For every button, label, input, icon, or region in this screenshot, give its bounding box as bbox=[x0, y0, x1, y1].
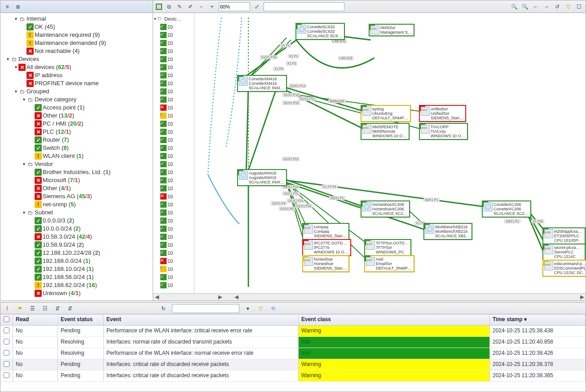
topology-canvas[interactable]: X1 P1 LAN [X1] S1/X1 P16 X1 P1 X1 P3 X1 … bbox=[194, 13, 586, 293]
tree-row[interactable]: ✓192.168.10.0/24 (1) bbox=[2, 265, 153, 273]
events-select-all[interactable] bbox=[4, 316, 9, 322]
events-search-dropdown-icon[interactable]: ▾ bbox=[244, 305, 252, 313]
events-search-input[interactable] bbox=[172, 304, 239, 313]
tree-toggle-icon[interactable]: ▾ bbox=[21, 96, 26, 104]
tree-row[interactable]: ✕Other (13/2) bbox=[2, 112, 153, 120]
mini-tree-row[interactable]: ✕10 bbox=[154, 192, 193, 200]
node-horseshoe-xc206[interactable]: ✓ HorseshoeXC206HorseshoeXC206SCALANCE X… bbox=[361, 200, 410, 218]
canvas-h-scrollbar[interactable]: ◀▶ ◀▶ bbox=[153, 293, 586, 301]
tree-row[interactable]: !WLAN client (1) bbox=[2, 152, 153, 160]
event-row[interactable]: NoPendingPerformance of the WLAN interfa… bbox=[0, 326, 586, 337]
tree-row[interactable]: !net-snmp (5) bbox=[2, 200, 153, 209]
event-row[interactable]: NoPendingInterfaces: critical rate of di… bbox=[0, 359, 586, 370]
tree-row[interactable]: ✓OK (45) bbox=[2, 23, 153, 31]
tree-row[interactable]: ✓192.168.56.0/24 (1) bbox=[2, 273, 153, 281]
mini-tree-row[interactable]: ✓10 bbox=[154, 233, 193, 241]
mini-tree-row[interactable]: ✕10 bbox=[154, 104, 193, 112]
layout-icon[interactable]: ⧉ bbox=[165, 3, 173, 11]
mini-tree-row[interactable]: ✓10 bbox=[154, 31, 193, 39]
node-edscommand-plc[interactable]: ! edscommand-p…EDSCommandPLCCPU 1215C DC… bbox=[542, 260, 586, 277]
tree-collapse-icon[interactable]: ≣ bbox=[14, 3, 22, 11]
node-compaq[interactable]: ✓ compaqCompaqSIEMENS_Stan… bbox=[302, 223, 349, 240]
tree-row[interactable]: ▾🗀Internal bbox=[2, 15, 153, 23]
tree-row[interactable]: ✕PLC (12/1) bbox=[2, 128, 153, 136]
mini-tree-row[interactable]: ✓10 bbox=[154, 120, 193, 128]
mini-tree-row[interactable]: ✓10 bbox=[154, 128, 193, 136]
event-row[interactable]: NoPendingInterfaces: critical rate of di… bbox=[0, 370, 586, 382]
node-nmsremote[interactable]: ✓ NMSREMOTENMSRemoteWINDOWS 10 O… bbox=[361, 123, 410, 140]
col-timestamp[interactable]: Time stamp ▾ bbox=[490, 314, 586, 325]
event-row-checkbox[interactable] bbox=[4, 372, 9, 378]
tree-row[interactable]: ✓10.0.0.0/24 (2) bbox=[2, 225, 153, 233]
zoom-out-icon[interactable]: − bbox=[197, 3, 205, 11]
tree-row[interactable]: ▾🗀Device category bbox=[2, 96, 153, 104]
tree-row[interactable]: ✓Switch (8) bbox=[2, 144, 153, 152]
node-augusta-xm416[interactable]: ✓ AugustaXM416AugustaXM416SCALANCE XM4… bbox=[237, 169, 287, 186]
list1-icon[interactable]: ☰ bbox=[28, 305, 36, 313]
tree-row[interactable]: ✕Other (4/1) bbox=[2, 184, 153, 192]
tree-row[interactable]: ✕Unknown (4/1) bbox=[2, 289, 153, 297]
device-tree[interactable]: ▾🗀Internal✓OK (45)!Maintenance required … bbox=[0, 13, 153, 301]
mini-tree-row[interactable]: ✓10 bbox=[154, 23, 193, 31]
toggle-icon[interactable]: ☐ bbox=[575, 3, 583, 11]
mini-tree-row[interactable]: ✓10 bbox=[154, 184, 193, 192]
node-unifiedsvr[interactable]: ✕ unifiedsvrUnifiedSvrSIEMENS_Stan… bbox=[419, 105, 466, 122]
back-icon[interactable]: ← bbox=[532, 3, 540, 11]
mini-tree-row[interactable]: ✓10 bbox=[154, 96, 193, 104]
forward-icon[interactable]: → bbox=[542, 3, 551, 11]
tree-row[interactable]: ✓Router (7) bbox=[2, 136, 153, 144]
mini-tree-row[interactable]: ✓10 bbox=[154, 168, 193, 176]
mini-tree-row[interactable]: ✓10 bbox=[154, 47, 193, 55]
mini-tree-row[interactable]: ✓10 bbox=[154, 55, 193, 63]
col-status[interactable]: Event status bbox=[58, 314, 104, 325]
mini-tree-row[interactable]: !10 bbox=[154, 112, 193, 120]
col-event[interactable]: Event bbox=[104, 314, 299, 325]
tree-row[interactable]: ✕10.58.3.0/24 (42/4) bbox=[2, 233, 153, 241]
tree-toggle-icon[interactable]: ▾ bbox=[13, 15, 18, 23]
sort1-icon[interactable]: ⇵ bbox=[53, 305, 62, 313]
tree-row[interactable]: ✓0.0.0.0/3 (2) bbox=[2, 217, 153, 225]
device-mini-tree[interactable]: ▾ 🗀 Devic… ✓10✓10✓10✓10✓10✓10✓10✓10✓10✓1… bbox=[153, 13, 194, 293]
node-workbench-xb216[interactable]: ✓ WorkbenchXB216WorkbenchXB216SCALANCE X… bbox=[423, 223, 472, 240]
node-ipc277e[interactable]: ✕ IPC277E.GOTD…IPC277eWINDOWS 10 O… bbox=[302, 239, 351, 256]
mini-tree-row[interactable]: ✓10 bbox=[154, 200, 193, 209]
tree-toggle-icon[interactable]: ▾ bbox=[13, 87, 18, 96]
event-row-checkbox[interactable] bbox=[4, 361, 9, 367]
tree-row[interactable]: ✕Not reachable (4) bbox=[2, 47, 153, 55]
node-corvette-xc206[interactable]: ✓ CorvetteXC206CorvetteXC206SCALANCE XC2… bbox=[482, 200, 531, 218]
tree-expand-icon[interactable]: ≡ bbox=[3, 3, 11, 11]
topology-search-input[interactable] bbox=[264, 2, 344, 11]
mini-tree-row[interactable]: ✓10 bbox=[154, 281, 193, 289]
node-syslog[interactable]: ✓ syslogUbuntuEngDEFAULT_SNMP… bbox=[361, 105, 411, 122]
event-row-checkbox[interactable] bbox=[4, 350, 9, 356]
node-nmssvr[interactable]: ✓ NMSSvrManagement S… bbox=[369, 24, 414, 36]
tree-row[interactable]: ✓Brother Industries, Ltd. (1) bbox=[2, 168, 153, 176]
zoom-level-input[interactable] bbox=[219, 2, 250, 11]
mini-tree-row[interactable]: ✓10 bbox=[154, 144, 193, 152]
tree-row[interactable]: ✕PROFINET device name bbox=[2, 79, 153, 87]
events-body[interactable]: NoPendingPerformance of the WLAN interfa… bbox=[0, 326, 586, 392]
mini-tree-row[interactable]: ✓10 bbox=[154, 63, 193, 71]
tree-row[interactable]: ✓10.58.9.0/24 (2) bbox=[2, 241, 153, 249]
tree-row[interactable]: !192.168.62.0/24 (16) bbox=[2, 281, 153, 289]
node-corvette-sc632[interactable]: ✓ CorvetteSC632CorvetteSC632SCALANCE SC6… bbox=[295, 23, 345, 40]
mini-tree-row[interactable]: ✓10 bbox=[154, 273, 193, 281]
sort2-icon[interactable]: ⇵ bbox=[66, 305, 74, 313]
filter-icon[interactable]: ▽ bbox=[564, 3, 572, 11]
col-read[interactable]: Read bbox=[13, 314, 58, 325]
mini-tree-row[interactable]: ✓10 bbox=[154, 152, 193, 160]
tree-row[interactable]: !Maintenance required (9) bbox=[2, 31, 153, 39]
find-next-icon[interactable]: 🔍 bbox=[521, 3, 529, 11]
tree-row[interactable]: ▾🗀Subnet bbox=[2, 209, 153, 217]
mini-tree-row[interactable]: ✓10 bbox=[154, 39, 193, 47]
col-class[interactable]: Event class bbox=[299, 314, 490, 325]
tree-row[interactable]: ✓192.168.0.0/24 (1) bbox=[2, 257, 153, 265]
tree-row[interactable]: ▾🗀Vendor bbox=[2, 160, 153, 168]
find-icon[interactable]: 🔍 bbox=[510, 3, 518, 11]
mini-tree-row[interactable]: ✓10 bbox=[154, 136, 193, 144]
mini-tree-row[interactable]: ✓10 bbox=[154, 249, 193, 257]
mini-tree-row[interactable]: ✓10 bbox=[154, 209, 193, 217]
mini-tree-row[interactable]: ✓10 bbox=[154, 160, 193, 168]
node-mail[interactable]: ✓ mailEmailSvrDEFAULT_SNMP… bbox=[364, 255, 414, 272]
event-row[interactable]: NoResolvingPerformance of the WLAN inter… bbox=[0, 348, 586, 359]
